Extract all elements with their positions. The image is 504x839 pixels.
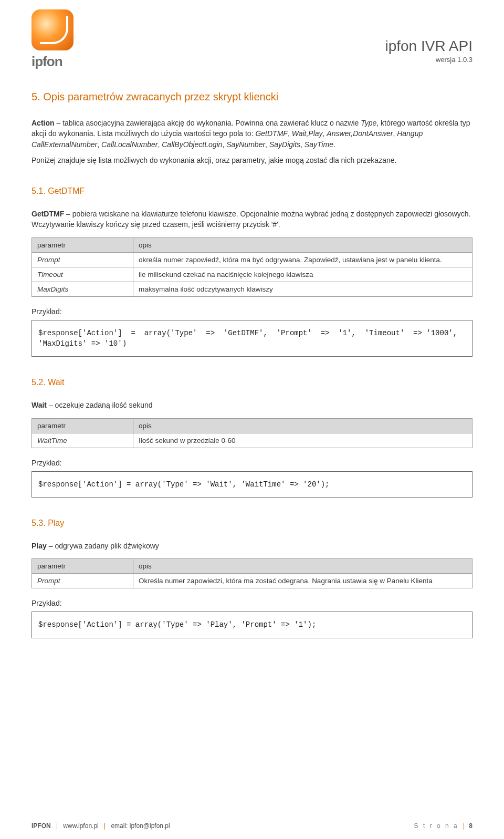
code-example-getdtmf: $response['Action'] = array('Type' => 'G… [32, 320, 472, 357]
footer-right: S t r o n a 8 [414, 822, 472, 830]
example-label: Przykład: [32, 599, 472, 607]
page-footer: IPFON www.ipfon.pl email: ipfon@ipfon.pl… [32, 822, 472, 830]
table-row: parametr opis [32, 418, 472, 433]
table-header-param: parametr [32, 418, 133, 433]
subsection-5-1-desc: GetDTMF – pobiera wciskane na klawiaturz… [32, 209, 472, 230]
separator-icon [464, 823, 464, 830]
brand-logo-icon [32, 9, 74, 50]
subsection-5-2-heading: 5.2. Wait [32, 378, 472, 387]
section-5-paragraph-2: Poniżej znajduje się lista możliwych do … [32, 155, 472, 165]
footer-left: IPFON www.ipfon.pl email: ipfon@ipfon.pl [32, 822, 170, 830]
table-row: parametr opis [32, 559, 472, 574]
table-getdtmf: parametr opis Prompt określa numer zapow… [32, 237, 472, 297]
footer-email: email: ipfon@ipfon.pl [111, 822, 170, 830]
table-header-desc: opis [133, 237, 472, 252]
doc-title: ipfon IVR API [385, 38, 472, 55]
example-label: Przykład: [32, 459, 472, 467]
code-example-wait: $response['Action'] = array('Type' => 'W… [32, 471, 472, 498]
subsection-5-2-desc: Wait – oczekuje zadaną ilość sekund [32, 400, 472, 410]
subsection-5-3-desc: Play – odgrywa zadany plik dźwiękowy [32, 541, 472, 551]
table-play: parametr opis Prompt Określa numer zapow… [32, 558, 472, 588]
footer-page-number: 8 [469, 822, 472, 830]
footer-company: IPFON [32, 822, 51, 830]
footer-page-label: S t r o n a [414, 822, 459, 830]
section-5-heading: 5. Opis parametrów zwracanych przez skry… [32, 91, 472, 103]
separator-icon [104, 823, 105, 830]
doc-version: wersja 1.0.3 [385, 56, 472, 64]
separator-icon [57, 823, 57, 830]
example-label: Przykład: [32, 307, 472, 316]
table-wait: parametr opis WaitTime Ilość sekund w pr… [32, 418, 472, 448]
table-header-desc: opis [133, 418, 472, 433]
footer-url: www.ipfon.pl [63, 822, 98, 830]
table-row: Timeout ile milisekund czekać na naciśni… [32, 267, 472, 282]
action-term: Action [32, 119, 55, 127]
table-row: Prompt Określa numer zapowiedzi, która m… [32, 574, 472, 588]
code-example-play: $response['Action'] = array('Type' => 'P… [32, 612, 472, 638]
table-header-desc: opis [133, 559, 472, 574]
subsection-5-1-heading: 5.1. GetDTMF [32, 187, 472, 196]
table-row: WaitTime Ilość sekund w przedziale 0-60 [32, 433, 472, 448]
subsection-5-3-heading: 5.3. Play [32, 519, 472, 528]
doc-header: ipfon IVR API wersja 1.0.3 [385, 38, 472, 64]
table-header-param: parametr [32, 237, 133, 252]
table-row: parametr opis [32, 237, 472, 252]
table-row: MaxDigits maksymalna ilość odczytywanych… [32, 282, 472, 296]
section-5-paragraph-1: Action – tablica asocjacyjna zawierająca… [32, 118, 472, 150]
table-row: Prompt określa numer zapowiedź, która ma… [32, 252, 472, 267]
table-header-param: parametr [32, 559, 133, 574]
